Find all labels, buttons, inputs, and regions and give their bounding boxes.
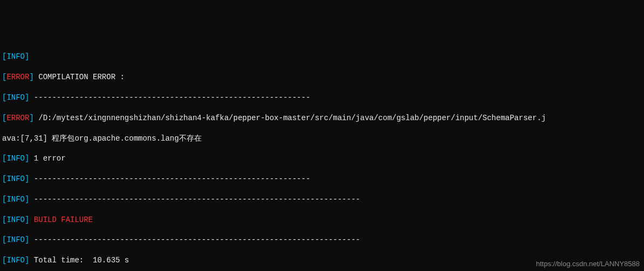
info-tag: INFO [6, 93, 25, 102]
bracket-icon: ] [25, 52, 29, 61]
info-tag: INFO [6, 216, 25, 224]
log-text: ----------------------------------------… [29, 175, 310, 183]
error-tag: ERROR [6, 73, 29, 81]
log-line: [INFO] 1 error [2, 154, 642, 164]
log-text: ----------------------------------------… [29, 235, 360, 244]
bracket-icon: ] [29, 114, 33, 122]
log-line-continuation: ava:[7,31] 程序包org.apache.commons.lang不存在 [2, 134, 642, 144]
log-line: [INFO] BUILD FAILURE [2, 215, 642, 225]
log-line: [INFO] ---------------------------------… [2, 174, 642, 184]
build-failure-text: BUILD FAILURE [29, 216, 93, 224]
log-line: [INFO] ---------------------------------… [2, 194, 642, 205]
bracket-icon: ] [29, 73, 33, 81]
info-tag: INFO [6, 175, 25, 183]
log-text: /D:/mytest/xingnnengshizhan/shizhan4-kaf… [34, 114, 546, 122]
info-tag: INFO [6, 195, 25, 204]
log-line: [INFO] [2, 52, 642, 62]
log-line: [INFO] ---------------------------------… [2, 235, 642, 245]
log-text: ava:[7,31] 程序包org.apache.commons.lang不存在 [2, 134, 202, 143]
info-tag: INFO [6, 52, 25, 61]
watermark-text: https://blog.csdn.net/LANNY8588 [536, 259, 640, 269]
info-tag: INFO [6, 256, 25, 265]
log-line: [ERROR] COMPILATION ERROR : [2, 72, 642, 82]
info-tag: INFO [6, 154, 25, 163]
log-text: ----------------------------------------… [29, 93, 310, 102]
info-tag: INFO [6, 235, 25, 244]
total-time-text: Total time: 10.635 s [29, 256, 129, 265]
log-line: [INFO] ---------------------------------… [2, 93, 642, 103]
log-text: ----------------------------------------… [29, 195, 360, 204]
log-line: [ERROR] /D:/mytest/xingnnengshizhan/shiz… [2, 113, 642, 123]
error-tag: ERROR [6, 114, 29, 122]
log-text: 1 error [29, 154, 65, 163]
log-text: COMPILATION ERROR : [34, 73, 125, 81]
terminal-output: [INFO] [ERROR] COMPILATION ERROR : [INFO… [2, 42, 642, 271]
